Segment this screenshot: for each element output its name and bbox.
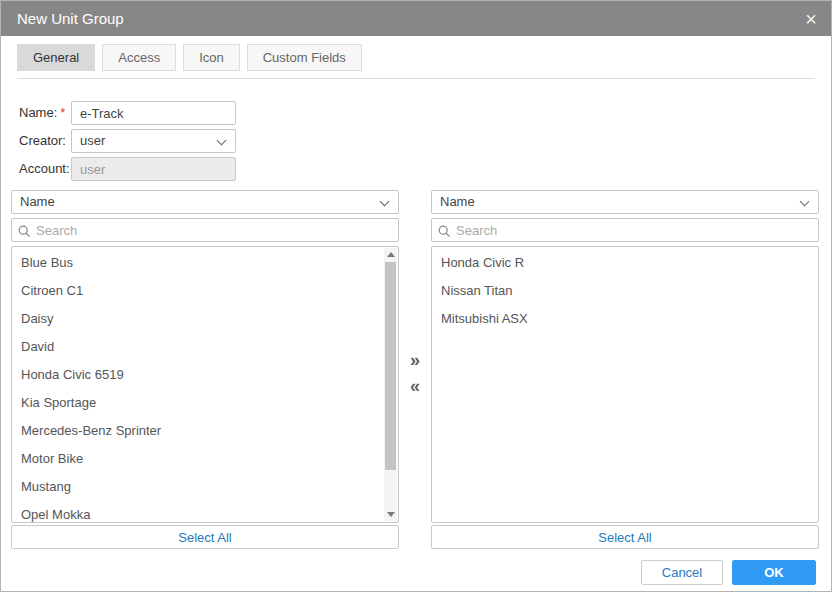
close-icon[interactable]: × [805, 9, 817, 29]
chevron-down-icon [380, 197, 390, 207]
list-item[interactable]: Opel Mokka [12, 501, 398, 523]
list-item[interactable]: Mustang [12, 473, 398, 501]
list-item[interactable]: Motor Bike [12, 445, 398, 473]
tab-access[interactable]: Access [102, 44, 176, 71]
scrollbar-thumb[interactable] [385, 262, 396, 470]
left-filter-select-value: Name [20, 191, 55, 213]
list-item[interactable]: Kia Sportage [12, 389, 398, 417]
left-filter-select[interactable]: Name [11, 190, 399, 214]
account-row: Account: [19, 157, 70, 181]
left-unit-list-items: Blue BusCitroen C1DaisyDavidHonda Civic … [12, 249, 398, 523]
creator-select-value: user [80, 130, 105, 152]
tabs-divider [17, 78, 815, 79]
name-label: Name: [19, 101, 57, 125]
scroll-down-icon[interactable] [384, 508, 397, 521]
left-search-box [11, 218, 399, 242]
right-unit-list: Honda Civic RNissan TitanMitsubishi ASX [431, 246, 819, 523]
list-item[interactable]: Honda Civic 6519 [12, 361, 398, 389]
account-field [71, 157, 236, 181]
list-item[interactable]: Mercedes-Benz Sprinter [12, 417, 398, 445]
move-left-icon[interactable]: « [410, 375, 420, 397]
name-row: Name:* [19, 101, 65, 125]
creator-row: Creator: [19, 129, 66, 153]
search-icon [18, 224, 31, 242]
tab-custom-fields[interactable]: Custom Fields [247, 44, 362, 71]
right-filter-select[interactable]: Name [431, 190, 819, 214]
scrollbar[interactable] [384, 248, 397, 521]
list-item[interactable]: Citroen C1 [12, 277, 398, 305]
creator-label: Creator: [19, 129, 66, 153]
dialog-titlebar: New Unit Group × [1, 1, 831, 36]
left-search-input[interactable] [36, 219, 392, 241]
name-field[interactable] [71, 101, 236, 125]
right-search-box [431, 218, 819, 242]
account-label: Account: [19, 157, 70, 181]
cancel-button[interactable]: Cancel [641, 560, 723, 585]
right-filter-select-value: Name [440, 191, 475, 213]
required-asterisk: * [60, 105, 65, 120]
right-select-all-button[interactable]: Select All [431, 525, 819, 549]
ok-button[interactable]: OK [732, 560, 816, 585]
search-icon [438, 224, 451, 242]
tab-general[interactable]: General [17, 44, 95, 71]
list-item[interactable]: Nissan Titan [432, 277, 818, 305]
list-item[interactable]: Mitsubishi ASX [432, 305, 818, 333]
tab-icon[interactable]: Icon [183, 44, 240, 71]
creator-select[interactable]: user [71, 129, 236, 153]
list-item[interactable]: Daisy [12, 305, 398, 333]
list-item[interactable]: Honda Civic R [432, 249, 818, 277]
right-unit-list-items: Honda Civic RNissan TitanMitsubishi ASX [432, 249, 818, 333]
transfer-controls: » « [399, 349, 431, 397]
scroll-up-icon[interactable] [384, 248, 397, 261]
left-unit-list: Blue BusCitroen C1DaisyDavidHonda Civic … [11, 246, 399, 523]
list-item[interactable]: David [12, 333, 398, 361]
new-unit-group-dialog: New Unit Group × General Access Icon Cus… [0, 0, 832, 592]
tab-bar: General Access Icon Custom Fields [17, 44, 362, 71]
chevron-down-icon [217, 136, 227, 146]
list-item[interactable]: Blue Bus [12, 249, 398, 277]
chevron-down-icon [800, 197, 810, 207]
left-select-all-button[interactable]: Select All [11, 525, 399, 549]
move-right-icon[interactable]: » [410, 349, 420, 371]
right-search-input[interactable] [456, 219, 812, 241]
dialog-title: New Unit Group [17, 10, 124, 27]
